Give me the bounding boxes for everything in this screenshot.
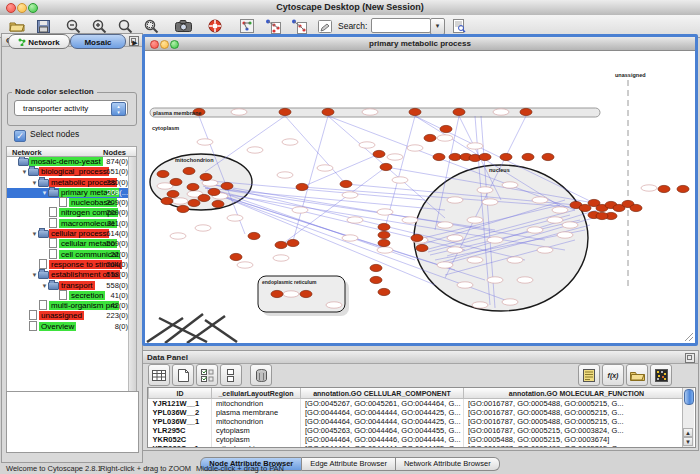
scrollbar-thumb[interactable]: [684, 389, 694, 405]
node[interactable]: [437, 222, 453, 228]
selected-node[interactable]: [378, 231, 390, 238]
table-column-header[interactable]: annotation.GO CELLULAR_COMPONENT: [301, 388, 464, 399]
selected-node[interactable]: [177, 205, 189, 212]
selected-node[interactable]: [248, 232, 260, 239]
node[interactable]: [437, 262, 453, 268]
node[interactable]: [237, 262, 253, 268]
selected-node[interactable]: [212, 200, 224, 207]
hide-selected-nodes-icon[interactable]: [262, 17, 284, 35]
tree-item[interactable]: macromolecule311(0): [7, 219, 136, 229]
selected-node[interactable]: [296, 183, 308, 190]
node[interactable]: [247, 147, 263, 153]
selected-node[interactable]: [208, 188, 220, 195]
network-overview-icon[interactable]: [236, 17, 258, 35]
advanced-search-icon[interactable]: [448, 17, 470, 35]
table-column-header[interactable]: _cellularLayoutRegion: [212, 388, 301, 399]
expand-arrow-icon[interactable]: ▼: [21, 167, 28, 177]
tab-mosaic[interactable]: Mosaic: [70, 34, 126, 49]
tab-network[interactable]: Network: [8, 34, 70, 49]
node[interactable]: [359, 142, 375, 148]
selected-node[interactable]: [453, 108, 465, 115]
selected-node[interactable]: [188, 199, 200, 206]
selected-node[interactable]: [378, 223, 390, 230]
node[interactable]: [172, 198, 188, 204]
selected-node[interactable]: [279, 108, 291, 115]
node[interactable]: [231, 109, 247, 115]
selected-node[interactable]: [370, 276, 382, 283]
node[interactable]: [362, 109, 378, 115]
minimize-window-button[interactable]: [17, 3, 27, 13]
node[interactable]: [402, 217, 418, 223]
tree-item[interactable]: response to stimulu264(0): [7, 260, 136, 270]
tree-item[interactable]: cell communicat22(0): [7, 250, 136, 260]
node[interactable]: [342, 192, 358, 198]
tree-item[interactable]: ▼establishment of lo558(0): [7, 270, 136, 280]
node[interactable]: [467, 257, 483, 263]
selected-node[interactable]: [198, 194, 210, 201]
node[interactable]: [292, 207, 308, 213]
node[interactable]: [377, 209, 393, 215]
selected-node[interactable]: [161, 197, 173, 204]
zoom-window-button[interactable]: [28, 3, 38, 13]
selected-node[interactable]: [522, 153, 534, 160]
selected-node[interactable]: [542, 153, 554, 160]
selected-node[interactable]: [424, 134, 436, 141]
selected-node[interactable]: [596, 212, 608, 219]
node[interactable]: [197, 139, 213, 145]
selected-node[interactable]: [271, 290, 283, 297]
node[interactable]: [467, 217, 483, 223]
attribute-table[interactable]: ID_cellularLayoutRegionannotation.GO CEL…: [147, 387, 696, 448]
node[interactable]: [547, 217, 563, 223]
node[interactable]: [392, 177, 408, 183]
selected-node[interactable]: [322, 108, 334, 115]
node-color-dropdown[interactable]: transporter activity ▴▾: [14, 100, 128, 116]
tree-item[interactable]: ▼primary metabo209(...: [7, 188, 136, 198]
selected-node[interactable]: [200, 173, 212, 180]
selected-node[interactable]: [167, 190, 179, 197]
node[interactable]: [493, 109, 509, 115]
node[interactable]: [317, 165, 333, 171]
node[interactable]: [277, 172, 293, 178]
birds-eye-view[interactable]: [6, 391, 139, 453]
selected-node[interactable]: [449, 153, 461, 160]
table-row[interactable]: YPL036W__2plasma membrane[GO:0044464, GO…: [149, 408, 690, 417]
table-row[interactable]: YDR039C__1mitochondrion[GO:0044464, GO:0…: [149, 444, 690, 448]
tree-item[interactable]: Overview8(0): [7, 322, 136, 332]
node[interactable]: [447, 247, 463, 253]
tree-item[interactable]: secretion41(0): [7, 291, 136, 301]
node[interactable]: [477, 187, 493, 193]
selected-node[interactable]: [677, 185, 689, 192]
selected-node[interactable]: [409, 108, 421, 115]
selected-node[interactable]: [183, 167, 195, 174]
node[interactable]: [273, 255, 289, 261]
resize-grip-icon[interactable]: [685, 333, 693, 341]
tree-item[interactable]: mosaic-demo-yeast874(0): [7, 157, 136, 167]
table-row[interactable]: YLR295Ccytoplasm[GO:0045263, GO:0044464,…: [149, 426, 690, 435]
table-column-header[interactable]: annotation.GO MOLECULAR_FUNCTION: [464, 388, 690, 399]
node[interactable]: [377, 247, 393, 253]
node[interactable]: [326, 302, 342, 308]
selected-node[interactable]: [520, 108, 532, 115]
annotation-icon[interactable]: [314, 17, 336, 35]
node[interactable]: [527, 227, 543, 233]
node[interactable]: [342, 235, 358, 241]
network-minimize-button[interactable]: [160, 40, 169, 49]
attribute-matrix-icon[interactable]: [650, 364, 672, 386]
edge[interactable]: [285, 116, 344, 182]
selected-node[interactable]: [380, 163, 392, 170]
close-window-button[interactable]: [6, 3, 16, 13]
attribute-table-icon[interactable]: [148, 364, 170, 386]
table-row[interactable]: YKR052Ccytoplasm[GO:0044464, GO:0044446,…: [149, 435, 690, 444]
select-nodes-checkbox[interactable]: ✓: [14, 130, 26, 142]
snapshot-icon[interactable]: [172, 17, 194, 35]
search-input[interactable]: [371, 18, 431, 33]
node[interactable]: [195, 225, 211, 231]
selected-node[interactable]: [221, 182, 233, 189]
network-zoom-button[interactable]: [170, 40, 179, 49]
notepad-icon[interactable]: [578, 364, 600, 386]
tree-item[interactable]: ▼metabolic process280(0): [7, 178, 136, 188]
table-column-header[interactable]: ID: [149, 388, 212, 399]
help-icon[interactable]: [204, 17, 226, 35]
node[interactable]: [502, 299, 518, 305]
selected-node[interactable]: [378, 239, 390, 246]
